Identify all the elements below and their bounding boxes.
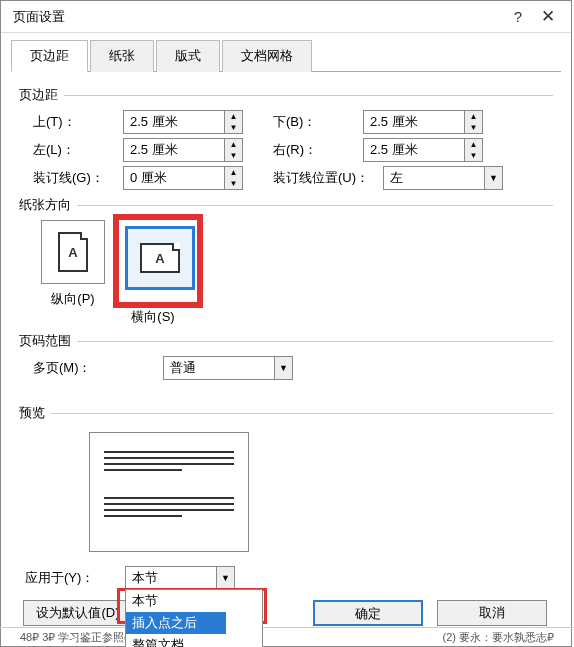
section-orientation: 纸张方向: [19, 196, 553, 214]
page-glyph: A: [68, 245, 77, 260]
apply-label: 应用于(Y)：: [25, 569, 125, 587]
bottom-spinner[interactable]: ▲▼: [363, 110, 483, 134]
up-icon[interactable]: ▲: [465, 139, 482, 150]
page-glyph: A: [155, 251, 164, 266]
landscape-label: 横向(S): [113, 308, 193, 326]
apply-option-selected[interactable]: 插入点之后: [126, 612, 226, 634]
gutter-pos-label: 装订线位置(U)：: [273, 169, 383, 187]
set-default-button[interactable]: 设为默认值(D): [23, 600, 133, 626]
gutter-spinner[interactable]: ▲▼: [123, 166, 243, 190]
chevron-down-icon[interactable]: ▼: [216, 567, 234, 589]
ok-button[interactable]: 确定: [313, 600, 423, 626]
help-button[interactable]: ?: [503, 2, 533, 32]
multi-value[interactable]: [164, 357, 274, 379]
down-icon[interactable]: ▼: [465, 150, 482, 161]
bottom-label: 下(B)：: [273, 113, 363, 131]
divider: [77, 205, 553, 206]
tab-grid[interactable]: 文档网格: [222, 40, 312, 72]
orientation-landscape[interactable]: A 横向(S): [113, 220, 193, 326]
page-setup-dialog: 页面设置 ? ✕ 页边距 纸张 版式 文档网格 页边距 上(T)： ▲▼ 下(B…: [0, 0, 572, 647]
up-icon[interactable]: ▲: [225, 111, 242, 122]
portrait-label: 纵向(P): [33, 290, 113, 308]
section-orientation-label: 纸张方向: [19, 196, 71, 214]
section-preview-label: 预览: [19, 404, 45, 422]
right-spinner[interactable]: ▲▼: [363, 138, 483, 162]
down-icon[interactable]: ▼: [225, 122, 242, 133]
gutter-input[interactable]: [124, 167, 224, 189]
section-margins-label: 页边距: [19, 86, 58, 104]
up-icon[interactable]: ▲: [225, 139, 242, 150]
gutter-label: 装订线(G)：: [33, 169, 123, 187]
left-spinner[interactable]: ▲▼: [123, 138, 243, 162]
highlight-box: A: [113, 214, 203, 308]
tab-layout[interactable]: 版式: [156, 40, 220, 72]
chevron-down-icon[interactable]: ▼: [484, 167, 502, 189]
section-pages: 页码范围: [19, 332, 553, 350]
top-spinner[interactable]: ▲▼: [123, 110, 243, 134]
page-ear-icon: [172, 243, 180, 251]
page-ear-icon: [80, 232, 88, 240]
dialog-body: 页边距 上(T)： ▲▼ 下(B)： ▲▼ 左(L)： ▲▼ 右(R)：: [1, 72, 571, 634]
section-preview: 预览: [19, 404, 553, 422]
dialog-title: 页面设置: [9, 8, 503, 26]
tabs: 页边距 纸张 版式 文档网格: [11, 39, 561, 72]
divider: [77, 341, 553, 342]
multi-label: 多页(M)：: [33, 359, 163, 377]
down-icon[interactable]: ▼: [465, 122, 482, 133]
orientation-portrait[interactable]: A 纵向(P): [33, 220, 113, 326]
titlebar: 页面设置 ? ✕: [1, 1, 571, 33]
section-margins: 页边距: [19, 86, 553, 104]
left-input[interactable]: [124, 139, 224, 161]
down-icon[interactable]: ▼: [225, 178, 242, 189]
apply-select[interactable]: ▼ 本节 插入点之后 整篇文档: [125, 566, 235, 590]
apply-option[interactable]: 整篇文档: [126, 634, 262, 647]
top-input[interactable]: [124, 111, 224, 133]
gutter-pos-value[interactable]: [384, 167, 484, 189]
up-icon[interactable]: ▲: [465, 111, 482, 122]
right-input[interactable]: [364, 139, 464, 161]
chevron-down-icon[interactable]: ▼: [274, 357, 292, 379]
tab-paper[interactable]: 纸张: [90, 40, 154, 72]
cancel-button[interactable]: 取消: [437, 600, 547, 626]
section-pages-label: 页码范围: [19, 332, 71, 350]
bg-text-right: (2) 要永：要水孰悉志₽: [443, 628, 555, 647]
apply-option[interactable]: 本节: [126, 590, 262, 612]
close-button[interactable]: ✕: [533, 2, 563, 32]
right-label: 右(R)：: [273, 141, 363, 159]
background-document: 48₽ 3₽ 学习鉴正参照₽ (2) 要永：要水孰悉志₽: [0, 627, 574, 647]
divider: [64, 95, 553, 96]
down-icon[interactable]: ▼: [225, 150, 242, 161]
tab-margins[interactable]: 页边距: [11, 40, 88, 72]
apply-options-popup: 本节 插入点之后 整篇文档: [125, 589, 263, 647]
bottom-input[interactable]: [364, 111, 464, 133]
up-icon[interactable]: ▲: [225, 167, 242, 178]
multi-select[interactable]: ▼: [163, 356, 293, 380]
gutter-pos-select[interactable]: ▼: [383, 166, 503, 190]
left-label: 左(L)：: [33, 141, 123, 159]
apply-value[interactable]: [126, 567, 216, 589]
preview-box: [89, 432, 249, 552]
bg-text-left: 48₽ 3₽ 学习鉴正参照₽: [20, 628, 131, 647]
top-label: 上(T)：: [33, 113, 123, 131]
divider: [51, 413, 553, 414]
